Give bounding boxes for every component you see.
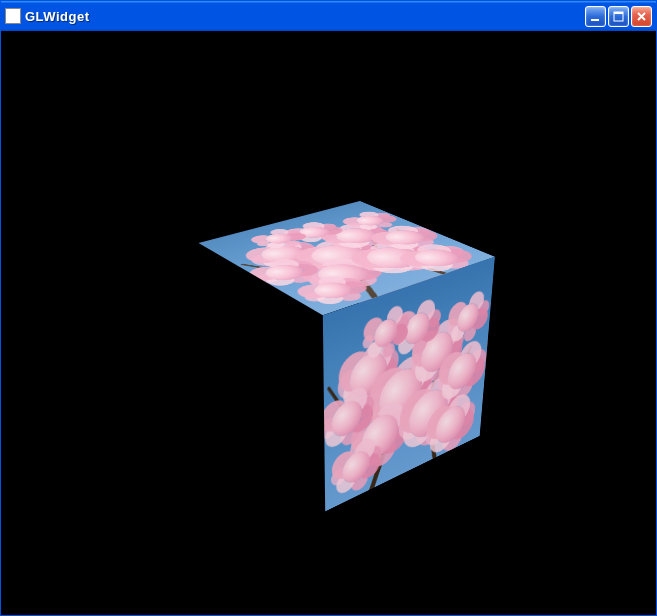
app-icon [5,8,21,24]
textured-cube [255,227,422,461]
scene-3d [244,243,444,443]
close-icon [635,10,648,23]
minimize-button[interactable] [585,6,606,27]
maximize-icon [612,10,625,23]
opengl-viewport[interactable] [1,31,656,615]
window-title: GLWidget [25,9,581,24]
titlebar[interactable]: GLWidget [1,1,656,31]
svg-rect-0 [591,19,599,21]
svg-rect-2 [614,12,623,14]
maximize-button[interactable] [608,6,629,27]
minimize-icon [589,10,602,23]
window-controls [585,6,652,27]
application-window: GLWidget [0,0,657,616]
close-button[interactable] [631,6,652,27]
